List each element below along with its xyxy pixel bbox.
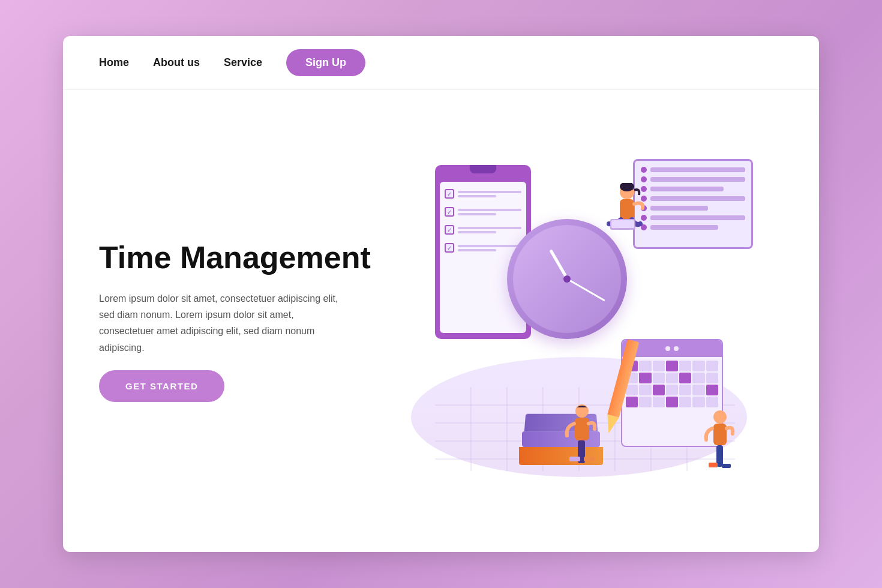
hero-description: Lorem ipsum dolor sit amet, consectetuer… — [99, 290, 351, 356]
left-section: Time Management Lorem ipsum dolor sit am… — [99, 240, 375, 402]
standing-right-svg — [699, 409, 741, 481]
checkbox-2: ✓ — [445, 207, 454, 217]
clock-center — [563, 275, 571, 283]
hero-title: Time Management — [99, 240, 375, 276]
svg-rect-15 — [611, 220, 634, 228]
get-started-button[interactable]: GET STARTED — [99, 370, 224, 402]
nav-service[interactable]: Service — [224, 56, 262, 69]
navbar: Home About us Service Sign Up — [63, 36, 819, 90]
sitting-figure-svg — [597, 183, 645, 243]
monitor-frame — [633, 159, 753, 249]
checklist-item-2: ✓ — [445, 207, 521, 217]
svg-rect-13 — [620, 199, 634, 220]
right-section: ✓ ✓ ✓ ✓ — [375, 114, 783, 528]
svg-rect-21 — [584, 457, 595, 461]
standing-left-svg — [561, 403, 603, 475]
nav-about[interactable]: About us — [153, 56, 200, 69]
svg-point-22 — [713, 410, 727, 424]
page-container: Home About us Service Sign Up Time Manag… — [63, 36, 819, 552]
illustration-area: ✓ ✓ ✓ ✓ — [387, 147, 771, 495]
minute-hand — [566, 278, 605, 302]
monitor-dot-2 — [641, 176, 647, 182]
person-standing-right — [699, 409, 741, 483]
person-sitting — [597, 183, 645, 245]
person-standing-left — [561, 403, 603, 477]
svg-rect-20 — [569, 457, 580, 461]
calendar-grid — [622, 357, 722, 411]
main-content: Time Management Lorem ipsum dolor sit am… — [63, 90, 819, 552]
checkbox-4: ✓ — [445, 243, 454, 253]
monitor-board — [633, 159, 753, 249]
clipboard-clip — [470, 165, 496, 173]
signup-button[interactable]: Sign Up — [286, 49, 365, 76]
checkbox-1: ✓ — [445, 189, 454, 199]
svg-rect-25 — [709, 463, 718, 467]
checklist-item-1: ✓ — [445, 189, 521, 199]
nav-home[interactable]: Home — [99, 56, 129, 69]
svg-rect-26 — [722, 464, 731, 468]
monitor-dot-1 — [641, 167, 647, 173]
svg-rect-17 — [575, 418, 589, 440]
checkbox-3: ✓ — [445, 225, 454, 235]
svg-rect-23 — [713, 424, 727, 445]
